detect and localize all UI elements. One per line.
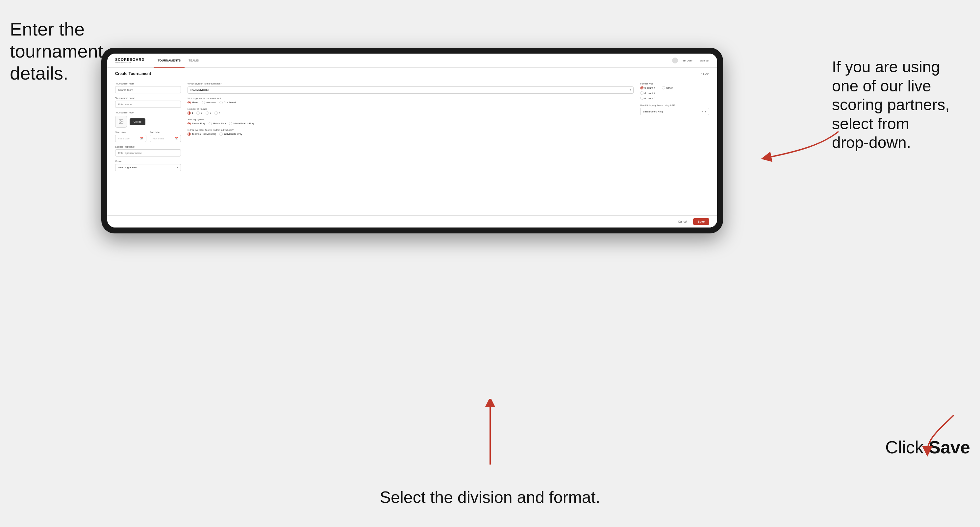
gender-womens-label: Womens [206, 101, 216, 104]
nav-avatar [672, 57, 678, 63]
start-date-label: Start date [115, 131, 146, 134]
form-body: Tournament Host Tournament name Tourname… [107, 78, 717, 215]
gender-womens-radio[interactable] [202, 101, 205, 104]
gender-combined[interactable]: Combined [220, 101, 235, 104]
cancel-button[interactable]: Cancel [675, 218, 690, 225]
end-date-placeholder: Pick a date [153, 137, 164, 140]
rounds-3-radio[interactable] [205, 111, 209, 115]
rounds-label: Number of rounds [188, 108, 633, 111]
gender-mens-radio[interactable] [188, 101, 191, 104]
format-6count4-radio[interactable] [640, 91, 643, 95]
gender-field: Which gender is the event for? Mens Wome… [188, 97, 633, 104]
page-title: Create Tournament [115, 71, 151, 76]
date-row: Start date Pick a date 📅 End date Pick a… [115, 131, 181, 142]
page-header: Create Tournament ‹ Back [107, 68, 717, 78]
format-6count5[interactable]: 6 count 5 [640, 97, 655, 100]
save-button[interactable]: Save [693, 218, 709, 225]
event-teams[interactable]: Teams (+Individuals) [188, 132, 216, 136]
format-col-right: Other [662, 86, 673, 100]
sponsor-field: Sponsor (optional) [115, 145, 181, 157]
format-6count4-label: 6 count 4 [644, 92, 655, 95]
event-individuals[interactable]: Individuals Only [220, 132, 242, 136]
rounds-2-radio[interactable] [196, 111, 200, 115]
format-5count4-radio[interactable] [640, 86, 643, 89]
tournament-name-input[interactable] [115, 101, 181, 108]
nav-logo-title: SCOREBOARD [115, 57, 145, 62]
col-middle: Which division is the event for? NCAA Di… [188, 82, 633, 211]
gender-radio-group: Mens Womens Combined [188, 101, 633, 104]
start-date-input[interactable]: Pick a date 📅 [115, 135, 146, 142]
scoring-stroke[interactable]: Stroke Play [188, 122, 205, 125]
nav-signout[interactable]: Sign out [700, 59, 709, 62]
end-date-field: End date Pick a date 📅 [150, 131, 181, 142]
form-footer: Cancel Save [107, 215, 717, 227]
division-select-wrapper: NCAA Division I NCAA Division II NCAA Di… [188, 86, 633, 94]
annotation-enter-details: Enter thetournamentdetails. [10, 18, 103, 84]
gender-combined-radio[interactable] [220, 101, 223, 104]
upload-button[interactable]: Upload [130, 118, 145, 125]
scoring-medal[interactable]: Medal Match Play [229, 122, 254, 125]
rounds-3[interactable]: 3 [205, 111, 211, 115]
arrow-division [480, 399, 500, 471]
live-scoring-input[interactable]: Leaderboard King × ▾ [640, 108, 709, 115]
format-other-label: Other [666, 86, 673, 89]
rounds-4-radio[interactable] [215, 111, 218, 115]
tournament-name-field: Tournament name [115, 97, 181, 108]
scoring-medal-radio[interactable] [229, 122, 232, 125]
division-select[interactable]: NCAA Division I NCAA Division II NCAA Di… [188, 86, 633, 94]
live-scoring-clear[interactable]: × [702, 110, 703, 113]
rounds-2-label: 2 [200, 111, 202, 114]
scoring-stroke-label: Stroke Play [192, 122, 205, 125]
calendar-icon-end: 📅 [175, 137, 178, 140]
live-scoring-value: Leaderboard King [643, 110, 663, 113]
sponsor-input[interactable] [115, 149, 181, 157]
rounds-4[interactable]: 4 [215, 111, 220, 115]
scoring-radio-group: Stroke Play Match Play Medal Match Play [188, 122, 633, 125]
annotation-select-division: Select the division and format. [380, 487, 600, 507]
tablet-frame: SCOREBOARD Powered by clippit TOURNAMENT… [101, 48, 723, 233]
gender-mens[interactable]: Mens [188, 101, 198, 104]
live-scoring-dropdown[interactable]: ▾ [705, 110, 706, 113]
nav-link-teams[interactable]: TEAMS [185, 54, 203, 68]
format-options: 5 count 4 6 count 4 6 count 5 [640, 86, 709, 100]
scoring-field: Scoring system Stroke Play Match Play [188, 118, 633, 125]
rounds-2[interactable]: 2 [196, 111, 202, 115]
scoring-match-radio[interactable] [208, 122, 212, 125]
venue-select[interactable]: Search golf club [115, 164, 181, 171]
svg-point-1 [120, 121, 121, 121]
event-teams-radio[interactable] [188, 132, 191, 136]
format-other[interactable]: Other [662, 86, 673, 89]
format-6count5-label: 6 count 5 [644, 97, 655, 100]
event-for-field: Is this event for Teams and/or Individua… [188, 129, 633, 136]
rounds-3-label: 3 [210, 111, 211, 114]
tournament-name-label: Tournament name [115, 97, 181, 100]
scoring-medal-label: Medal Match Play [233, 122, 254, 125]
back-button[interactable]: ‹ Back [701, 72, 709, 75]
end-date-input[interactable]: Pick a date 📅 [150, 135, 181, 142]
rounds-1[interactable]: 1 [188, 111, 193, 115]
venue-label: Venue [115, 160, 181, 163]
format-6count5-radio[interactable] [640, 97, 643, 100]
format-other-radio[interactable] [662, 86, 665, 89]
rounds-1-radio[interactable] [188, 111, 191, 115]
scoring-stroke-radio[interactable] [188, 122, 191, 125]
col-right: Format type 5 count 4 6 count 4 [640, 82, 709, 211]
gender-label: Which gender is the event for? [188, 97, 633, 100]
format-col-left: 5 count 4 6 count 4 6 count 5 [640, 86, 655, 100]
annotation-live-scoring: If you are usingone of our livescoring p… [832, 57, 970, 152]
nav-separator: | [696, 59, 697, 62]
nav-link-tournaments[interactable]: TOURNAMENTS [154, 54, 185, 68]
tournament-host-field: Tournament Host [115, 82, 181, 94]
nav-right: Test User | Sign out [672, 57, 709, 63]
venue-field: Venue Search golf club [115, 160, 181, 171]
nav-logo-sub: Powered by clippit [115, 62, 145, 63]
venue-select-wrapper: Search golf club [115, 164, 181, 171]
format-6count4[interactable]: 6 count 4 [640, 91, 655, 95]
content-area: Create Tournament ‹ Back Tournament Host… [107, 68, 717, 227]
gender-womens[interactable]: Womens [202, 101, 216, 104]
format-5count4[interactable]: 5 count 4 [640, 86, 655, 89]
tournament-host-input[interactable] [115, 86, 181, 94]
rounds-4-label: 4 [219, 111, 220, 114]
scoring-match[interactable]: Match Play [208, 122, 226, 125]
event-individuals-radio[interactable] [220, 132, 223, 136]
